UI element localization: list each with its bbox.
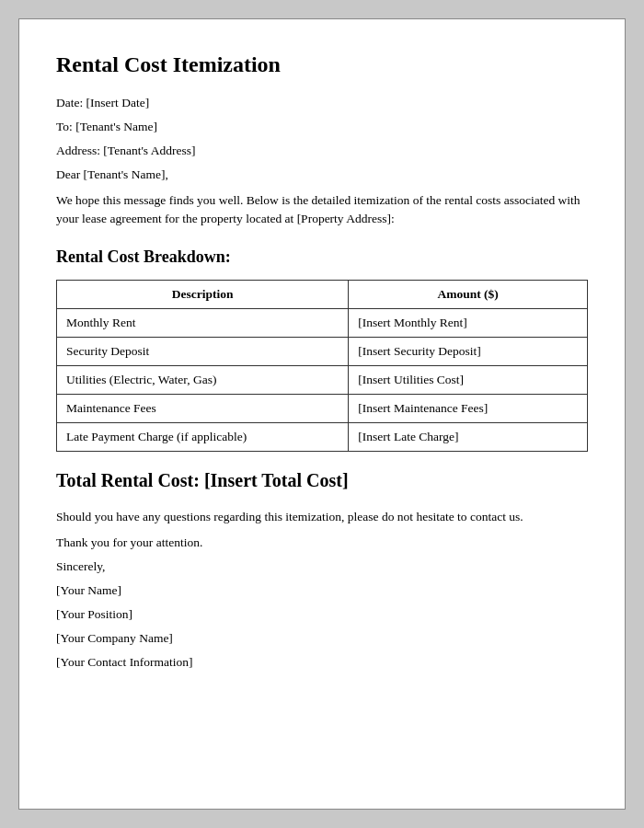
table-row: Maintenance Fees[Insert Maintenance Fees…	[57, 394, 588, 422]
row-amount: [Insert Security Deposit]	[349, 337, 588, 365]
sincerely-text: Sincerely,	[56, 559, 588, 574]
your-name: [Your Name]	[56, 583, 588, 598]
col-amount-header: Amount ($)	[349, 280, 588, 308]
table-row: Utilities (Electric, Water, Gas)[Insert …	[57, 365, 588, 394]
table-row: Monthly Rent[Insert Monthly Rent]	[57, 308, 588, 337]
cost-table: Description Amount ($) Monthly Rent[Inse…	[56, 280, 588, 452]
row-amount: [Insert Late Charge]	[349, 422, 588, 451]
your-company: [Your Company Name]	[56, 631, 588, 646]
row-description: Late Payment Charge (if applicable)	[57, 422, 349, 451]
dear-field: Dear [Tenant's Name],	[56, 167, 588, 182]
your-position: [Your Position]	[56, 607, 588, 622]
table-row: Late Payment Charge (if applicable)[Inse…	[57, 422, 588, 451]
to-field: To: [Tenant's Name]	[56, 120, 588, 134]
your-contact: [Your Contact Information]	[56, 655, 588, 670]
breakdown-title: Rental Cost Breakdown:	[56, 247, 588, 267]
document-title: Rental Cost Itemization	[56, 52, 588, 77]
address-field: Address: [Tenant's Address]	[56, 144, 588, 158]
row-description: Monthly Rent	[57, 308, 349, 337]
row-amount: [Insert Monthly Rent]	[349, 308, 588, 337]
row-amount: [Insert Utilities Cost]	[349, 365, 588, 394]
thank-you-text: Thank you for your attention.	[56, 535, 588, 550]
document-page: Rental Cost Itemization Date: [Insert Da…	[18, 18, 626, 810]
contact-text: Should you have any questions regarding …	[56, 508, 588, 526]
row-description: Utilities (Electric, Water, Gas)	[57, 365, 349, 394]
total-cost: Total Rental Cost: [Insert Total Cost]	[56, 470, 588, 491]
table-row: Security Deposit[Insert Security Deposit…	[57, 337, 588, 365]
date-field: Date: [Insert Date]	[56, 96, 588, 110]
col-description-header: Description	[57, 280, 349, 308]
row-amount: [Insert Maintenance Fees]	[349, 394, 588, 422]
intro-text: We hope this message finds you well. Bel…	[56, 191, 588, 229]
row-description: Security Deposit	[57, 337, 349, 365]
row-description: Maintenance Fees	[57, 394, 349, 422]
